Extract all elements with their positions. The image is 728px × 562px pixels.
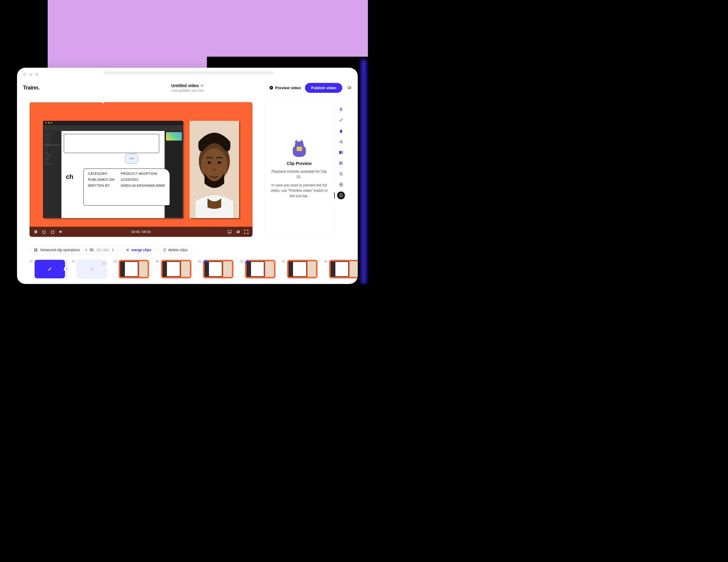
- video-title[interactable]: Untitled video: [171, 83, 199, 88]
- app-header: Trainn Untitled video Last updated: just…: [17, 81, 358, 94]
- tool-blur[interactable]: [337, 127, 345, 135]
- clip-card-03[interactable]: [119, 260, 149, 278]
- traffic-lights: [23, 73, 38, 76]
- traffic-min[interactable]: [29, 73, 32, 76]
- advanced-ops-chip[interactable]: Advanced clip operations 01 /28 clips: [30, 245, 118, 254]
- volume-button[interactable]: [59, 230, 63, 234]
- clip-slot-03: 03: [114, 260, 149, 278]
- clip-card-02[interactable]: [77, 260, 107, 278]
- publish-button[interactable]: Publish video: [305, 83, 342, 93]
- delete-clips-label: delete clips: [168, 248, 188, 252]
- current-clip-number: 01: [90, 248, 94, 252]
- svg-point-18: [341, 174, 342, 175]
- video-subtitle: Last updated: just now: [171, 89, 204, 92]
- webcam-preview: [190, 121, 239, 218]
- svg-rect-10: [230, 232, 231, 233]
- meta-heading: ch: [66, 173, 73, 181]
- svg-rect-24: [36, 250, 37, 251]
- clip-number: 06: [240, 260, 243, 263]
- paint-bucket-icon: [339, 140, 343, 144]
- clip-card-08[interactable]: [329, 260, 358, 278]
- forward-button[interactable]: [50, 230, 55, 234]
- fullscreen-button[interactable]: [244, 230, 248, 234]
- svg-rect-22: [36, 248, 37, 250]
- tool-rail: [337, 102, 345, 237]
- app-window: Trainn Untitled video Last updated: just…: [17, 68, 358, 284]
- clip-slot-04: 04: [156, 260, 191, 278]
- video-player: Search results Group 01 Group 02 Group 0…: [30, 102, 253, 237]
- tool-voice[interactable]: [337, 106, 345, 113]
- edit-icon: [89, 267, 94, 271]
- add-clip-button[interactable]: [64, 266, 69, 272]
- svg-point-15: [340, 162, 341, 163]
- advanced-icon: [34, 248, 38, 252]
- player-thumb[interactable]: [102, 102, 104, 103]
- captions-button[interactable]: [227, 230, 232, 234]
- merge-clips-button[interactable]: merge clips: [121, 245, 156, 254]
- url-bar[interactable]: [103, 71, 274, 74]
- delete-clips-button[interactable]: delete clips: [159, 245, 192, 254]
- plus-icon: [65, 267, 68, 270]
- traffic-max[interactable]: [35, 73, 38, 76]
- clip-preview-text-1: Playback controls available for Clip 01.: [271, 169, 328, 179]
- clip-number: 05: [198, 260, 201, 263]
- preview-video-label: Preview video: [275, 86, 301, 90]
- player-time: 03:45 / 08:16: [131, 230, 151, 233]
- advanced-ops-label: Advanced clip operations: [40, 248, 80, 252]
- total-clips: /28 clips: [96, 248, 109, 252]
- pause-button[interactable]: [34, 230, 38, 234]
- clip-delete-button[interactable]: [102, 261, 105, 265]
- clip-number: 01: [30, 260, 33, 263]
- layout-icon: [339, 150, 343, 154]
- clip-card-07[interactable]: [287, 260, 317, 278]
- svg-rect-23: [34, 250, 35, 251]
- sliders-icon: [339, 172, 343, 176]
- tool-wand[interactable]: [337, 116, 345, 124]
- screen-recording-preview: Search results Group 01 Group 02 Group 0…: [43, 121, 183, 218]
- svg-point-5: [218, 161, 221, 164]
- tool-cut[interactable]: [337, 159, 345, 167]
- preview-video-link[interactable]: Preview video: [269, 86, 301, 90]
- clip-preview-title: Clip Preview: [287, 161, 312, 166]
- rewind-button[interactable]: [42, 230, 46, 234]
- tool-add[interactable]: [337, 181, 345, 188]
- droplet-icon: [339, 129, 343, 133]
- tool-preview[interactable]: [337, 191, 345, 199]
- clip-preview-text-2: In case you want to preview the full vid…: [271, 182, 328, 199]
- brand-logo: Trainn: [23, 85, 40, 91]
- stat-badge: 98%: [125, 154, 138, 164]
- svg-rect-14: [342, 151, 343, 154]
- clip-number: 07: [282, 260, 285, 263]
- cat-illustration: [291, 140, 308, 157]
- traffic-close[interactable]: [23, 73, 27, 76]
- microphone-icon: [339, 107, 343, 111]
- svg-point-17: [340, 173, 341, 174]
- trash-icon: [163, 248, 166, 252]
- play-outline-icon: [339, 193, 343, 197]
- chevron-left-icon: [85, 248, 87, 251]
- prev-clip-button[interactable]: [85, 248, 87, 251]
- merge-icon: [126, 248, 129, 252]
- settings-button[interactable]: [346, 85, 352, 90]
- clip-card-01[interactable]: [35, 260, 65, 278]
- player-settings-button[interactable]: [236, 230, 240, 234]
- plus-circle-icon: [339, 182, 343, 187]
- merge-clips-label: merge clips: [131, 248, 151, 252]
- clip-slot-06: 06: [240, 260, 275, 278]
- clip-card-04[interactable]: [161, 260, 191, 278]
- clip-card-05[interactable]: [203, 260, 233, 278]
- clip-preview-panel: Clip Preview Playback controls available…: [264, 102, 334, 237]
- tool-adjust[interactable]: [337, 170, 345, 178]
- svg-rect-8: [228, 230, 231, 233]
- next-clip-button[interactable]: [111, 248, 114, 251]
- svg-point-4: [207, 161, 211, 164]
- chevron-down-icon[interactable]: [201, 84, 204, 87]
- svg-rect-21: [34, 248, 35, 250]
- clip-card-06[interactable]: [245, 260, 275, 278]
- tool-fill[interactable]: [337, 138, 345, 145]
- trash-icon: [102, 261, 105, 265]
- player-track-fill: [30, 102, 103, 102]
- clip-slot-07: 07: [282, 260, 317, 278]
- scissors-icon: [339, 161, 343, 165]
- tool-layout[interactable]: [337, 148, 345, 156]
